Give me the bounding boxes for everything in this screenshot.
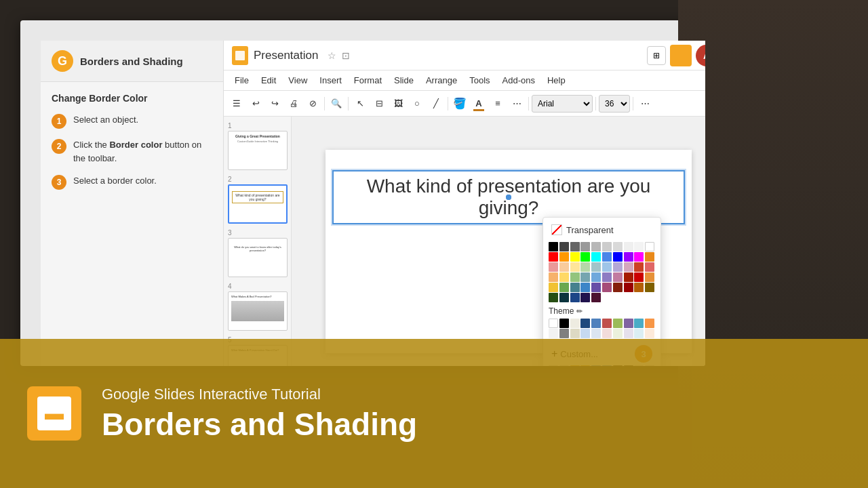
color-cell[interactable] [570, 293, 580, 302]
theme-color-cell[interactable] [645, 329, 654, 338]
color-cell[interactable] [549, 242, 558, 251]
toolbar-undo[interactable]: ↩ [247, 95, 264, 113]
toolbar-select[interactable]: ↖ [351, 95, 369, 113]
color-cell[interactable] [602, 272, 612, 282]
menu-file[interactable]: File [229, 73, 254, 88]
color-cell[interactable] [602, 283, 612, 292]
toolbar-shapes[interactable]: ○ [408, 95, 426, 113]
present-button[interactable]: ⊞ [647, 46, 666, 65]
color-cell[interactable] [570, 283, 580, 292]
color-cell[interactable] [591, 283, 601, 292]
menu-help[interactable]: Help [542, 73, 571, 88]
theme-color-cell[interactable] [580, 329, 590, 338]
color-cell[interactable] [624, 272, 633, 282]
color-cell[interactable] [645, 262, 654, 272]
color-cell[interactable] [613, 252, 623, 262]
folder-icon[interactable]: ⊡ [342, 50, 350, 61]
color-cell[interactable] [580, 272, 590, 282]
theme-color-cell[interactable] [580, 319, 590, 328]
color-cell[interactable] [634, 252, 644, 262]
color-cell[interactable] [591, 293, 601, 302]
color-cell[interactable] [613, 242, 623, 251]
color-cell[interactable] [559, 293, 569, 302]
theme-color-cell[interactable] [613, 319, 623, 328]
color-cell[interactable] [549, 283, 558, 292]
toolbar-fill-color[interactable]: 🪣 [451, 95, 469, 113]
share-button[interactable] [670, 45, 692, 66]
menu-view[interactable]: View [283, 73, 313, 88]
theme-color-cell[interactable] [570, 319, 580, 328]
theme-color-cell[interactable] [559, 319, 569, 328]
color-cell[interactable] [645, 252, 654, 262]
color-cell[interactable] [602, 242, 612, 251]
toolbar-zoom[interactable]: 🔍 [328, 95, 345, 113]
toolbar-more[interactable]: ⋯ [636, 95, 654, 113]
color-cell[interactable] [624, 252, 633, 262]
color-cell[interactable] [645, 242, 654, 251]
edit-icon[interactable]: ✏ [576, 307, 583, 316]
color-cell[interactable] [624, 262, 633, 272]
slide-thumb-4[interactable]: 4 What Makes A Bad Presentation? [228, 283, 287, 331]
slide-thumb-1[interactable]: 1 Giving a Great Presentation CustomGuid… [228, 122, 287, 170]
toolbar-border-color[interactable]: A [470, 95, 488, 113]
theme-color-cell[interactable] [634, 329, 644, 338]
theme-color-cell[interactable] [645, 319, 654, 328]
color-cell[interactable] [624, 242, 633, 251]
theme-color-cell[interactable] [624, 329, 633, 338]
color-cell[interactable] [549, 293, 558, 302]
color-cell[interactable] [549, 272, 558, 282]
color-cell[interactable] [570, 272, 580, 282]
theme-color-cell[interactable] [602, 329, 612, 338]
theme-color-cell[interactable] [624, 319, 633, 328]
color-cell[interactable] [634, 262, 644, 272]
font-select[interactable]: Arial [532, 95, 593, 113]
color-cell[interactable] [549, 262, 558, 272]
toolbar-line[interactable]: ╱ [427, 95, 445, 113]
menu-edit[interactable]: Edit [256, 73, 281, 88]
star-icon[interactable]: ☆ [328, 50, 336, 61]
color-cell[interactable] [559, 242, 569, 251]
user-avatar[interactable]: A [696, 45, 705, 66]
color-cell[interactable] [570, 252, 580, 262]
color-cell[interactable] [559, 283, 569, 292]
color-cell[interactable] [645, 272, 654, 282]
color-cell[interactable] [591, 242, 601, 251]
theme-color-cell[interactable] [559, 329, 569, 338]
color-cell[interactable] [549, 252, 558, 262]
color-cell[interactable] [624, 283, 633, 292]
theme-color-cell[interactable] [602, 319, 612, 328]
color-cell[interactable] [559, 262, 569, 272]
color-cell[interactable] [613, 262, 623, 272]
color-cell[interactable] [570, 262, 580, 272]
color-cell[interactable] [591, 272, 601, 282]
font-size-select[interactable]: 36 [599, 95, 630, 113]
menu-insert[interactable]: Insert [314, 73, 347, 88]
theme-color-cell[interactable] [613, 329, 623, 338]
slide-text-box[interactable]: What kind of presentation are you giving… [332, 170, 685, 224]
toolbar-border-dash[interactable]: ⋯ [508, 95, 526, 113]
slide-thumb-2[interactable]: 2 What kind of presentation are you givi… [228, 176, 287, 224]
toolbar-border-weight[interactable]: ≡ [489, 95, 507, 113]
color-cell[interactable] [580, 262, 590, 272]
color-cell[interactable] [559, 272, 569, 282]
menu-slide[interactable]: Slide [389, 73, 419, 88]
theme-color-cell[interactable] [634, 319, 644, 328]
color-cell[interactable] [591, 262, 601, 272]
toolbar-print[interactable]: 🖨 [285, 95, 302, 113]
toolbar-image[interactable]: 🖼 [389, 95, 407, 113]
transparent-row[interactable]: Transparent [549, 223, 655, 237]
theme-color-cell[interactable] [549, 329, 558, 338]
slide-thumb-3[interactable]: 3 What do you want to know after today's… [228, 229, 287, 277]
toolbar-menu-btn[interactable]: ☰ [228, 95, 245, 113]
color-cell[interactable] [580, 293, 590, 302]
theme-color-cell[interactable] [591, 329, 601, 338]
theme-color-cell[interactable] [549, 319, 558, 328]
menu-format[interactable]: Format [349, 73, 387, 88]
menu-tools[interactable]: Tools [464, 73, 495, 88]
color-cell[interactable] [602, 252, 612, 262]
color-cell[interactable] [591, 252, 601, 262]
color-cell[interactable] [580, 242, 590, 251]
color-cell[interactable] [602, 262, 612, 272]
color-cell[interactable] [634, 283, 644, 292]
color-cell[interactable] [570, 242, 580, 251]
